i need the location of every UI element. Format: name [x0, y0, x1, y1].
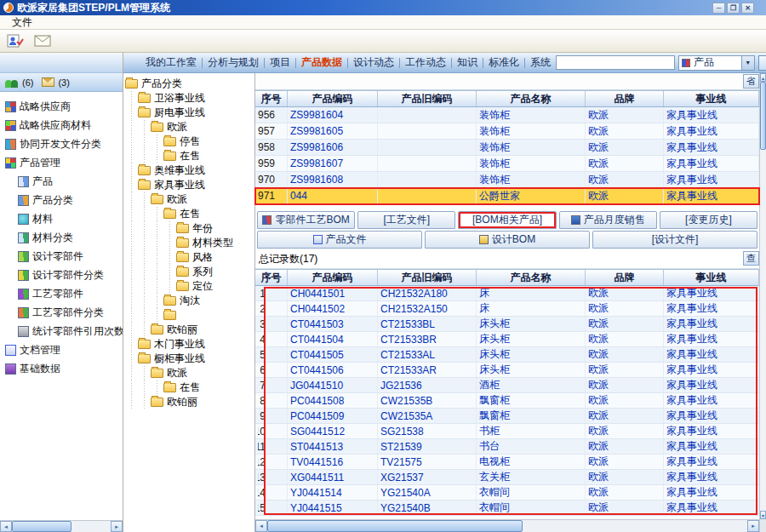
content-hscrollbar[interactable]: ◂ ▸: [255, 519, 759, 532]
search-button[interactable]: 搜索: [758, 55, 766, 71]
close-button[interactable]: ✕: [741, 3, 754, 14]
tree-node[interactable]: 年份: [125, 221, 253, 236]
table-row[interactable]: 971044公爵世家欧派家具事业线: [255, 188, 759, 204]
restore-button[interactable]: ❐: [727, 3, 740, 14]
tree-node[interactable]: 材料类型: [125, 236, 253, 250]
records-corner-button[interactable]: 查: [743, 251, 759, 266]
table-row[interactable]: 14YJ0441514YG21540A衣帽间欧派家具事业线: [255, 485, 759, 501]
tree-node[interactable]: 欧派: [125, 120, 253, 134]
top-corner-button[interactable]: 省: [743, 74, 759, 89]
table-row[interactable]: 12TV0441516TV21575电视柜欧派家具事业线: [255, 455, 759, 470]
table-row[interactable]: 3CT0441503CT21533BL床头柜欧派家具事业线: [255, 317, 759, 332]
sidebar-item[interactable]: 设计零部件分类: [0, 266, 123, 284]
scroll-right-icon[interactable]: ▸: [111, 521, 123, 532]
nav-item-8[interactable]: 标准化: [483, 55, 524, 70]
table-row[interactable]: 2CH0441502CH21532A150床欧派家具事业线: [255, 301, 759, 317]
nav-item-7[interactable]: 知识: [452, 55, 483, 70]
column-header-name[interactable]: 产品名称: [477, 270, 586, 285]
sidebar-hscrollbar[interactable]: ◂ ▸: [0, 520, 123, 532]
tree-node[interactable]: 在售: [125, 380, 253, 395]
table-row[interactable]: 8PC0441508CW21535B飘窗柜欧派家具事业线: [255, 393, 759, 409]
users-icon[interactable]: [5, 77, 19, 88]
tree-node[interactable]: 木门事业线: [125, 337, 253, 352]
sidebar-item[interactable]: 产品: [0, 172, 123, 191]
tab-parts-process-bom[interactable]: 零部件工艺BOM: [257, 211, 355, 229]
table-row[interactable]: 13XG0441511XG21537玄关柜欧派家具事业线: [255, 470, 759, 485]
column-header-brand[interactable]: 品牌: [586, 91, 664, 106]
column-header-code[interactable]: 产品编码: [288, 91, 378, 106]
hscroll-thumb[interactable]: [12, 521, 71, 532]
vscroll-track[interactable]: [760, 150, 766, 511]
table-row[interactable]: 4CT0441504CT21533BR床头柜欧派家具事业线: [255, 332, 759, 347]
sidebar-item[interactable]: 产品管理: [0, 153, 123, 172]
hscroll-thumb[interactable]: [267, 520, 523, 532]
nav-item-6[interactable]: 工作动态: [400, 55, 451, 70]
search-input[interactable]: [556, 55, 675, 70]
table-row[interactable]: 959ZS9981607装饰柜欧派家具事业线: [255, 156, 759, 172]
table-row[interactable]: 10SG0441512SG21538书柜欧派家具事业线: [255, 424, 759, 439]
tab-bom-related-products[interactable]: [BOM相关产品]: [458, 211, 556, 229]
sidebar-item[interactable]: 文档管理: [0, 340, 123, 359]
table-row[interactable]: 1CH0441501CH21532A180床欧派家具事业线: [255, 286, 759, 301]
scroll-right-icon[interactable]: ▸: [747, 520, 759, 532]
column-header-line[interactable]: 事业线: [664, 270, 759, 285]
mail-icon[interactable]: [42, 77, 54, 87]
tree-node[interactable]: 系列: [125, 265, 253, 279]
tree-node[interactable]: 家具事业线: [125, 178, 253, 192]
nav-item-9[interactable]: 系统: [525, 55, 556, 70]
table-row[interactable]: 5CT0441505CT21533AL床头柜欧派家具事业线: [255, 347, 759, 363]
tree-node[interactable]: 欧派: [125, 366, 253, 380]
nav-item-4[interactable]: 产品数据: [296, 55, 347, 70]
tree-node[interactable]: [125, 308, 253, 323]
scope-combo[interactable]: 产品 ▼: [678, 55, 755, 71]
vscroll-thumb[interactable]: [760, 82, 766, 150]
approval-stamp-icon[interactable]: [7, 33, 24, 49]
sidebar-item[interactable]: 战略供应商: [0, 97, 123, 116]
sidebar-item[interactable]: 材料分类: [0, 228, 123, 247]
table-row[interactable]: 958ZS9981606装饰柜欧派家具事业线: [255, 140, 759, 156]
column-header-seq[interactable]: 序号: [255, 91, 288, 106]
tree-node[interactable]: 停售: [125, 134, 253, 149]
nav-item-5[interactable]: 设计动态: [348, 55, 399, 70]
tree-node[interactable]: 欧铂丽: [125, 323, 253, 337]
tree-node[interactable]: 厨电事业线: [125, 106, 253, 120]
tree-node[interactable]: 在售: [125, 149, 253, 163]
hscroll-track[interactable]: [71, 521, 111, 532]
tree-node[interactable]: 在售: [125, 207, 253, 221]
hscroll-track[interactable]: [523, 520, 747, 532]
column-header-code[interactable]: 产品编码: [288, 270, 378, 285]
column-header-old-code[interactable]: 产品旧编码: [378, 91, 477, 106]
column-header-line[interactable]: 事业线: [664, 91, 759, 106]
tree-node[interactable]: 卫浴事业线: [125, 91, 253, 106]
tree-node[interactable]: 欧铂丽: [125, 395, 253, 409]
column-header-name[interactable]: 产品名称: [477, 91, 586, 106]
sidebar-item[interactable]: 工艺零部件分类: [0, 303, 123, 322]
tab-design-bom[interactable]: 设计BOM: [425, 231, 590, 249]
table-row[interactable]: 9PC0441509CW21535A飘窗柜欧派家具事业线: [255, 409, 759, 424]
tab-design-files[interactable]: [设计文件]: [592, 231, 757, 249]
table-row[interactable]: 6CT0441506CT21533AR床头柜欧派家具事业线: [255, 363, 759, 378]
tab-product-files[interactable]: 产品文件: [257, 231, 422, 249]
sidebar-item[interactable]: 设计零部件: [0, 247, 123, 266]
tab-process-files[interactable]: [工艺文件]: [357, 211, 455, 229]
sidebar-item[interactable]: 材料: [0, 209, 123, 228]
table-row[interactable]: 957ZS9981605装饰柜欧派家具事业线: [255, 123, 759, 140]
tree-node[interactable]: 产品分类: [125, 77, 253, 91]
chevron-down-icon[interactable]: ▼: [741, 56, 754, 70]
sidebar-item[interactable]: 协同开发文件分类: [0, 134, 123, 153]
nav-item-2[interactable]: 分析与规划: [203, 55, 264, 70]
menu-file[interactable]: 文件: [7, 15, 37, 30]
tab-change-history[interactable]: [变更历史]: [660, 211, 757, 229]
tree-node[interactable]: 风格: [125, 250, 253, 265]
sidebar-item[interactable]: 战略供应商材料: [0, 116, 123, 134]
sidebar-item[interactable]: 工艺零部件: [0, 284, 123, 303]
minimize-button[interactable]: ─: [712, 3, 725, 14]
scroll-left-icon[interactable]: ◂: [255, 520, 267, 532]
table-row[interactable]: 15YJ0441515YG21540B衣帽间欧派家具事业线: [255, 501, 759, 516]
scroll-left-icon[interactable]: ◂: [0, 521, 12, 532]
table-row[interactable]: 11ST0441513ST21539书台欧派家具事业线: [255, 439, 759, 455]
table-row[interactable]: 970ZS9981608装饰柜欧派家具事业线: [255, 172, 759, 188]
content-vscrollbar[interactable]: ▴ ▾: [759, 73, 766, 532]
sidebar-item[interactable]: 统计零部件引用次数: [0, 322, 123, 340]
table-row[interactable]: 956ZS9981604装饰柜欧派家具事业线: [255, 107, 759, 123]
